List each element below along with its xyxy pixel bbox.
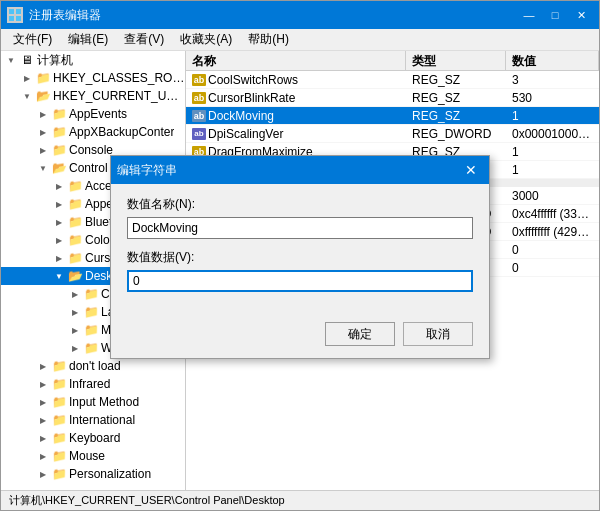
name-label: 数值名称(N): (127, 196, 473, 213)
dialog-close-button[interactable]: ✕ (459, 161, 483, 179)
name-input[interactable] (127, 217, 473, 239)
dialog-buttons: 确定 取消 (111, 314, 489, 358)
data-label: 数值数据(V): (127, 249, 473, 266)
edit-string-dialog: 编辑字符串 ✕ 数值名称(N): 数值数据(V): 确定 取消 (110, 155, 490, 359)
cancel-button[interactable]: 取消 (403, 322, 473, 346)
data-input[interactable] (127, 270, 473, 292)
dialog-body: 数值名称(N): 数值数据(V): (111, 184, 489, 314)
dialog-overlay: 编辑字符串 ✕ 数值名称(N): 数值数据(V): 确定 取消 (0, 0, 600, 511)
dialog-title: 编辑字符串 (117, 162, 177, 179)
dialog-title-bar: 编辑字符串 ✕ (111, 156, 489, 184)
ok-button[interactable]: 确定 (325, 322, 395, 346)
